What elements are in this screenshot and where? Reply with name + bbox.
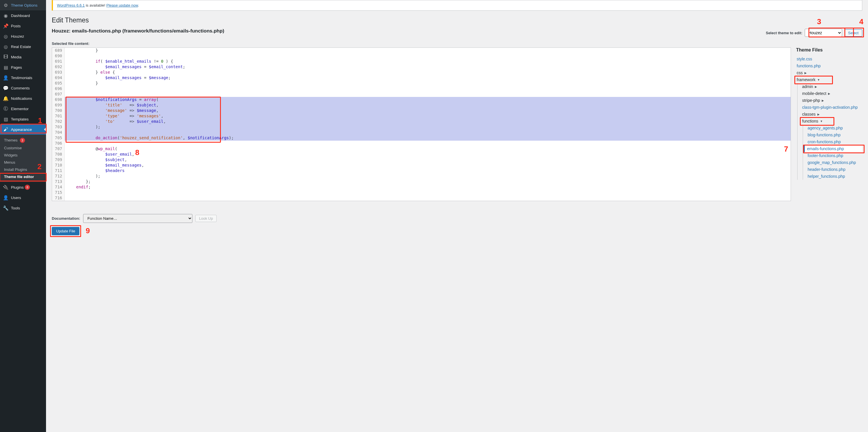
file-emails-functions[interactable]: emails-functions.php [804, 145, 862, 152]
sidebar-item-real-estate[interactable]: ◎ Real Estate [0, 41, 46, 52]
media-icon: 🎞 [3, 54, 9, 60]
line-number: 714 [52, 184, 65, 190]
code-line[interactable]: 701 'type' => 'messages', [52, 113, 790, 119]
select-button[interactable]: Select [844, 29, 862, 36]
code-line[interactable]: 711 $headers [52, 168, 790, 174]
update-now-link[interactable]: Please update now [106, 3, 138, 7]
sidebar-item-notifications[interactable]: 🔔 Notifications [0, 93, 46, 103]
line-number: 701 [52, 113, 65, 119]
folder-framework[interactable]: framework▼ [796, 76, 862, 83]
wp-version-link[interactable]: WordPress 6.6.1 [57, 3, 85, 7]
code-line[interactable]: 696 [52, 86, 790, 91]
folder-label: stripe-php [802, 98, 820, 103]
sidebar-item-media[interactable]: 🎞 Media [0, 52, 46, 62]
submenu-widgets[interactable]: Widgets [0, 152, 46, 159]
code-line[interactable]: 698 $notificationArgs = array( [52, 97, 790, 102]
sidebar-item-pages[interactable]: ▤ Pages [0, 62, 46, 72]
annotation-9: 9 [86, 226, 90, 235]
sidebar-item-posts[interactable]: 📌 Posts [0, 21, 46, 31]
sidebar-item-dashboard[interactable]: ◉ Dashboard [0, 10, 46, 21]
code-line[interactable]: 715 [52, 190, 790, 195]
code-line[interactable]: 697 [52, 91, 790, 97]
code-line[interactable]: 709 $subject, [52, 157, 790, 162]
file-cron-functions[interactable]: cron-functions.php [807, 138, 862, 145]
sidebar-item-appearance[interactable]: 🖌 Appearance [0, 124, 46, 134]
code-line[interactable]: 706 [52, 141, 790, 146]
file-footer-functions[interactable]: footer-functions.php [807, 152, 862, 159]
sidebar-item-tools[interactable]: 🔧 Tools [0, 203, 46, 213]
code-text [65, 130, 790, 135]
file-agency-agents[interactable]: agency_agents.php [807, 125, 862, 131]
file-header-functions[interactable]: header-functions.php [807, 166, 862, 173]
pin-icon: 📌 [3, 23, 9, 29]
code-line[interactable]: 689 } [52, 48, 790, 53]
file-blog-functions[interactable]: blog-functions.php [807, 131, 862, 138]
submenu-menus[interactable]: Menus [0, 159, 46, 166]
folder-css[interactable]: css▶ [796, 69, 862, 76]
code-line[interactable]: 699 'title' => $subject, [52, 102, 790, 108]
code-editor[interactable]: 689 }690 691 if( $enable_html_emails != … [52, 48, 791, 201]
sidebar-item-theme-options[interactable]: ⚙ Theme Options [0, 0, 46, 10]
code-text [65, 53, 790, 59]
line-number: 711 [52, 168, 65, 174]
code-line[interactable]: 705 do_action('houzez_send_notification'… [52, 135, 790, 141]
code-text: @wp_mail( [65, 146, 790, 152]
code-line[interactable]: 691 if( $enable_html_emails != 0 ) { [52, 59, 790, 64]
submenu-themes[interactable]: Themes 3 [0, 136, 46, 144]
code-line[interactable]: 700 'message' => $message, [52, 108, 790, 113]
code-text: 'message' => $message, [65, 108, 790, 113]
code-line[interactable]: 712 ); [52, 174, 790, 179]
sidebar-item-houzez[interactable]: ◎ Houzez [0, 31, 46, 41]
theme-select[interactable]: Houzez [805, 29, 842, 37]
sidebar-item-testimonials[interactable]: 👤 Testimonials [0, 72, 46, 83]
sidebar-item-comments[interactable]: 💬 Comments [0, 83, 46, 93]
code-text [65, 195, 790, 201]
code-line[interactable]: 707 @wp_mail( [52, 146, 790, 152]
code-line[interactable]: 690 [52, 53, 790, 59]
page-title: Edit Themes [52, 17, 862, 24]
code-line[interactable]: 716 [52, 195, 790, 201]
lookup-button[interactable]: Look Up [195, 215, 217, 222]
sidebar-item-elementor[interactable]: Ⓔ Elementor [0, 103, 46, 114]
sidebar-item-users[interactable]: 👤 Users [0, 192, 46, 203]
sidebar-item-templates[interactable]: ▧ Templates [0, 114, 46, 124]
submenu-customise[interactable]: Customise [0, 144, 46, 152]
folder-stripe-php[interactable]: stripe-php▶ [802, 97, 862, 104]
code-line[interactable]: 714 endif; [52, 184, 790, 190]
code-text [65, 141, 790, 146]
submenu-theme-file-editor[interactable]: Theme file editor [0, 173, 46, 180]
file-functions-php[interactable]: functions.php [796, 62, 862, 69]
file-style-css[interactable]: style.css [796, 56, 862, 62]
code-line[interactable]: 708 $user_email, [52, 152, 790, 157]
folder-functions[interactable]: functions▼ [802, 118, 862, 125]
code-line[interactable]: 693 } else { [52, 70, 790, 75]
update-file-button[interactable]: Update File [52, 227, 80, 235]
file-helper-functions[interactable]: helper_functions.php [807, 173, 862, 180]
code-line[interactable]: 695 } [52, 81, 790, 86]
folder-classes[interactable]: classes▶ [802, 111, 862, 118]
documentation-label: Documentation: [52, 216, 80, 221]
submenu-install-plugins[interactable]: Install Plugins [0, 166, 46, 173]
file-class-tgm[interactable]: class-tgm-plugin-activation.php [802, 104, 862, 111]
folder-admin[interactable]: admin▶ [802, 83, 862, 90]
code-text: $email_messages, [65, 162, 790, 168]
sidebar-label: Users [11, 195, 21, 200]
sidebar-label: Notifications [11, 96, 32, 101]
line-number: 690 [52, 53, 65, 59]
plugin-icon: 🔌 [3, 184, 9, 190]
code-line[interactable]: 694 $email_messages = $message; [52, 75, 790, 81]
sidebar-label: Testimonials [11, 75, 32, 80]
documentation-select[interactable]: Function Name… [83, 214, 192, 223]
code-line[interactable]: 713 }; [52, 179, 790, 184]
code-line[interactable]: 702 'to' => $user_email, [52, 119, 790, 124]
admin-sidebar: ⚙ Theme Options ◉ Dashboard 📌 Posts ◎ Ho… [0, 0, 46, 432]
code-line[interactable]: 710 $email_messages, [52, 162, 790, 168]
code-line[interactable]: 704 [52, 130, 790, 135]
sidebar-label: Tools [11, 206, 20, 210]
folder-mobile-detect[interactable]: mobile-detect▶ [802, 90, 862, 97]
code-line[interactable]: 703 ); [52, 124, 790, 130]
code-line[interactable]: 692 $email_messages = $email_content; [52, 64, 790, 70]
file-google-map-functions[interactable]: google_map_functions.php [807, 159, 862, 166]
sidebar-item-plugins[interactable]: 🔌 Plugins 8 [0, 182, 46, 192]
code-text: }; [65, 179, 790, 184]
